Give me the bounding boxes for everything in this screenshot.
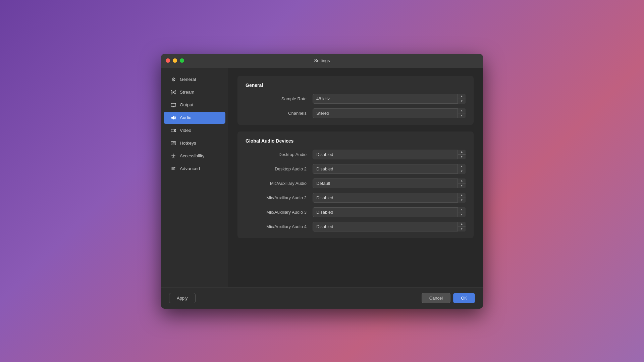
mic-audio-wrapper: Disabled Default ▲ ▼ (313, 178, 466, 188)
desktop-audio2-wrapper: Disabled Default ▲ ▼ (313, 164, 466, 174)
sidebar-item-video[interactable]: Video (164, 124, 225, 137)
accessibility-icon (170, 153, 176, 159)
cancel-button[interactable]: Cancel (422, 293, 450, 303)
sidebar-item-hotkeys[interactable]: Hotkeys (164, 137, 225, 149)
desktop-audio2-up[interactable]: ▲ (458, 164, 466, 169)
hotkeys-icon (170, 140, 176, 146)
minimize-button[interactable] (173, 58, 177, 63)
sidebar-label-advanced: Advanced (180, 166, 200, 171)
sidebar-item-advanced[interactable]: Advanced (164, 163, 225, 175)
mic-audio4-label: Mic/Auxiliary Audio 4 (246, 224, 313, 229)
channels-control: Mono Stereo 2.1 4.0 4.1 5.1 7.1 ▲ ▼ (313, 108, 466, 118)
mic-audio-up[interactable]: ▲ (458, 178, 466, 184)
channels-wrapper: Mono Stereo 2.1 4.0 4.1 5.1 7.1 ▲ ▼ (313, 108, 466, 118)
mic-audio4-wrapper: Disabled Default ▲ ▼ (313, 222, 466, 231)
mic-audio2-down[interactable]: ▼ (458, 198, 466, 203)
mic-audio2-up[interactable]: ▲ (458, 193, 466, 198)
general-icon: ⚙ (170, 76, 176, 83)
close-button[interactable] (166, 58, 170, 63)
sample-rate-down[interactable]: ▼ (458, 99, 466, 104)
desktop-audio-label: Desktop Audio (246, 152, 313, 157)
advanced-icon (170, 166, 176, 172)
mic-audio3-spinner: ▲ ▼ (458, 207, 466, 217)
channels-down[interactable]: ▼ (458, 113, 466, 118)
audio-icon (170, 115, 176, 121)
ok-button[interactable]: OK (453, 293, 475, 303)
svg-rect-3 (171, 142, 176, 145)
general-section: General Sample Rate 44.1 kHz 48 kHz ▲ ▼ (237, 76, 474, 125)
sidebar-item-accessibility[interactable]: Accessibility (164, 150, 225, 162)
desktop-audio2-label: Desktop Audio 2 (246, 166, 313, 171)
desktop-audio2-down[interactable]: ▼ (458, 169, 466, 174)
mic-audio2-wrapper: Disabled Default ▲ ▼ (313, 193, 466, 203)
maximize-button[interactable] (180, 58, 184, 63)
sidebar-item-output[interactable]: Output (164, 99, 225, 111)
desktop-audio-up[interactable]: ▲ (458, 150, 466, 155)
mic-audio4-select[interactable]: Disabled Default (313, 222, 466, 231)
mic-audio3-select[interactable]: Disabled Default (313, 207, 466, 217)
video-icon (170, 127, 176, 134)
mic-audio-spinner: ▲ ▼ (458, 178, 466, 188)
window-body: ⚙ General Stream (161, 68, 483, 287)
mic-audio4-spinner: ▲ ▼ (458, 222, 466, 231)
svg-rect-6 (174, 142, 175, 143)
svg-rect-7 (172, 144, 175, 144)
mic-audio3-wrapper: Disabled Default ▲ ▼ (313, 207, 466, 217)
mic-audio4-row: Mic/Auxiliary Audio 4 Disabled Default ▲… (246, 222, 466, 231)
mic-audio2-spinner: ▲ ▼ (458, 193, 466, 203)
mic-audio4-down[interactable]: ▼ (458, 227, 466, 231)
mic-audio4-control: Disabled Default ▲ ▼ (313, 222, 466, 231)
sample-rate-control: 44.1 kHz 48 kHz ▲ ▼ (313, 94, 466, 104)
sidebar-label-hotkeys: Hotkeys (180, 141, 196, 146)
mic-audio-down[interactable]: ▼ (458, 184, 466, 188)
mic-audio4-up[interactable]: ▲ (458, 222, 466, 227)
sample-rate-up[interactable]: ▲ (458, 94, 466, 99)
sidebar-item-stream[interactable]: Stream (164, 86, 225, 98)
sample-rate-spinner: ▲ ▼ (458, 94, 466, 104)
sidebar-label-general: General (180, 77, 196, 82)
sample-rate-wrapper: 44.1 kHz 48 kHz ▲ ▼ (313, 94, 466, 104)
mic-audio3-control: Disabled Default ▲ ▼ (313, 207, 466, 217)
svg-rect-2 (171, 129, 174, 132)
settings-window: Settings ⚙ General Stream (161, 54, 483, 309)
general-section-title: General (246, 83, 466, 88)
channels-up[interactable]: ▲ (458, 108, 466, 113)
mic-audio3-label: Mic/Auxiliary Audio 3 (246, 210, 313, 215)
desktop-audio-row: Desktop Audio Disabled Default ▲ ▼ (246, 150, 466, 159)
sample-rate-label: Sample Rate (246, 96, 313, 101)
mic-audio2-select[interactable]: Disabled Default (313, 193, 466, 203)
svg-rect-5 (173, 142, 174, 143)
svg-point-0 (173, 91, 174, 93)
sidebar-label-output: Output (180, 102, 194, 107)
mic-audio-control: Disabled Default ▲ ▼ (313, 178, 466, 188)
sidebar: ⚙ General Stream (161, 68, 228, 287)
desktop-audio-control: Disabled Default ▲ ▼ (313, 150, 466, 159)
content-area: General Sample Rate 44.1 kHz 48 kHz ▲ ▼ (228, 68, 483, 287)
output-icon (170, 102, 176, 108)
titlebar: Settings (161, 54, 483, 68)
mic-audio3-up[interactable]: ▲ (458, 207, 466, 212)
right-buttons: Cancel OK (422, 293, 475, 303)
mic-audio2-row: Mic/Auxiliary Audio 2 Disabled Default ▲… (246, 193, 466, 203)
sidebar-item-general[interactable]: ⚙ General (164, 73, 225, 86)
sidebar-label-stream: Stream (180, 90, 195, 95)
apply-button[interactable]: Apply (169, 293, 196, 303)
desktop-audio2-control: Disabled Default ▲ ▼ (313, 164, 466, 174)
bottom-bar: Apply Cancel OK (161, 287, 483, 309)
desktop-audio-spinner: ▲ ▼ (458, 150, 466, 159)
devices-section: Global Audio Devices Desktop Audio Disab… (237, 132, 474, 238)
desktop-audio2-spinner: ▲ ▼ (458, 164, 466, 174)
channels-select[interactable]: Mono Stereo 2.1 4.0 4.1 5.1 7.1 (313, 108, 466, 118)
desktop-audio2-select[interactable]: Disabled Default (313, 164, 466, 174)
traffic-lights (166, 58, 184, 63)
desktop-audio2-row: Desktop Audio 2 Disabled Default ▲ ▼ (246, 164, 466, 174)
sidebar-label-video: Video (180, 128, 191, 133)
desktop-audio-select[interactable]: Disabled Default (313, 150, 466, 159)
mic-audio-select[interactable]: Disabled Default (313, 178, 466, 188)
mic-audio3-down[interactable]: ▼ (458, 212, 466, 217)
sidebar-item-audio[interactable]: Audio (164, 112, 225, 124)
desktop-audio-down[interactable]: ▼ (458, 155, 466, 159)
mic-audio-label: Mic/Auxiliary Audio (246, 181, 313, 186)
sample-rate-select[interactable]: 44.1 kHz 48 kHz (313, 94, 466, 104)
mic-audio-row: Mic/Auxiliary Audio Disabled Default ▲ ▼ (246, 178, 466, 188)
